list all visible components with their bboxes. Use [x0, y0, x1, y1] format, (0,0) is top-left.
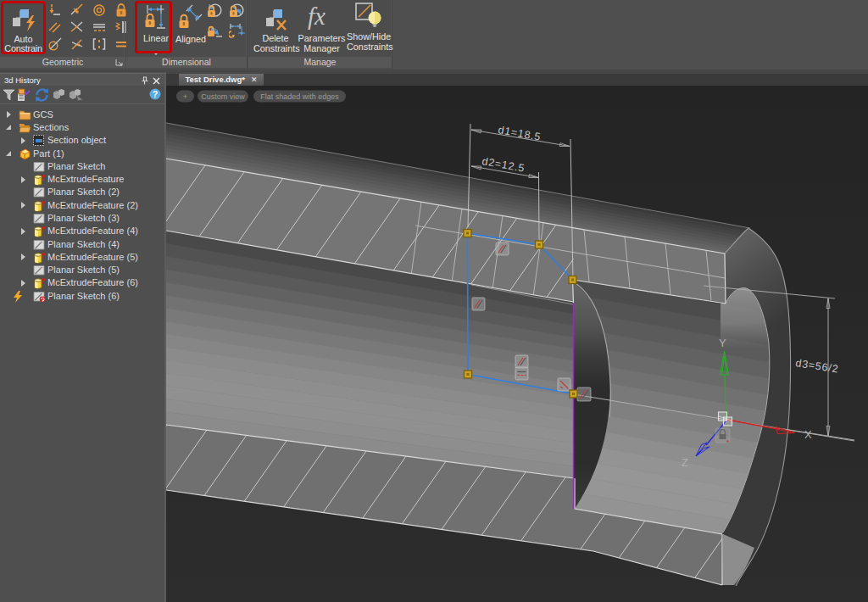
svg-text:Flat shaded with edges: Flat shaded with edges — [260, 92, 339, 101]
svg-text:fx: fx — [308, 3, 326, 30]
svg-text:X: X — [804, 428, 812, 441]
svg-text:+: + — [183, 92, 187, 101]
svg-text:Z: Z — [682, 456, 688, 469]
svg-text:Custom view: Custom view — [201, 92, 245, 101]
svg-text:?: ? — [153, 90, 158, 99]
svg-text:Y: Y — [719, 337, 726, 349]
